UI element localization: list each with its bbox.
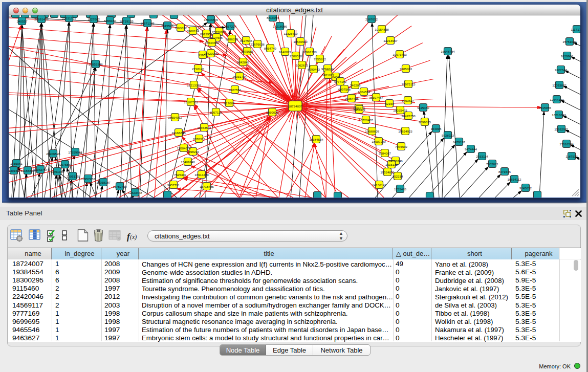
svg-text:2718120: 2718120 bbox=[192, 67, 205, 71]
svg-text:12156829: 12156829 bbox=[20, 169, 35, 172]
svg-text:11325419: 11325419 bbox=[284, 32, 298, 35]
svg-text:1117173: 1117173 bbox=[571, 28, 580, 31]
svg-text:9463627: 9463627 bbox=[402, 99, 415, 102]
svg-text:15720407: 15720407 bbox=[359, 118, 373, 122]
svg-text:16914479: 16914479 bbox=[194, 173, 209, 177]
svg-text:2387652: 2387652 bbox=[365, 17, 378, 21]
svg-text:8990443: 8990443 bbox=[308, 68, 320, 71]
svg-text:9699695: 9699695 bbox=[419, 120, 431, 124]
svg-text:1498222: 1498222 bbox=[187, 150, 200, 154]
svg-text:16543362: 16543362 bbox=[205, 41, 219, 45]
svg-text:1187533: 1187533 bbox=[565, 155, 578, 158]
svg-text:8454749: 8454749 bbox=[264, 47, 277, 50]
svg-text:14136141: 14136141 bbox=[372, 183, 386, 187]
svg-text:17004678: 17004678 bbox=[177, 146, 191, 150]
svg-text:10154838: 10154838 bbox=[375, 28, 389, 31]
svg-text:152214: 152214 bbox=[393, 174, 403, 178]
svg-text:9794024: 9794024 bbox=[321, 67, 334, 71]
svg-text:12353594: 12353594 bbox=[197, 126, 211, 129]
svg-text:9245652: 9245652 bbox=[519, 186, 532, 190]
svg-text:1733426: 1733426 bbox=[394, 187, 407, 191]
svg-text:18907249: 18907249 bbox=[372, 140, 386, 143]
svg-text:7515526: 7515526 bbox=[161, 24, 174, 28]
svg-text:26053346: 26053346 bbox=[89, 62, 103, 66]
svg-text:(x): (x) bbox=[130, 233, 137, 240]
svg-text:817006: 817006 bbox=[224, 101, 235, 105]
svg-text:16033809: 16033809 bbox=[204, 18, 218, 21]
svg-text:12323448: 12323448 bbox=[128, 191, 142, 194]
svg-text:9129966: 9129966 bbox=[561, 54, 574, 58]
svg-text:18724007: 18724007 bbox=[288, 104, 302, 108]
svg-text:15692971: 15692971 bbox=[554, 127, 569, 131]
svg-text:1830029: 1830029 bbox=[266, 111, 279, 114]
svg-text:16671385: 16671385 bbox=[140, 21, 155, 25]
svg-text:16782759: 16782759 bbox=[113, 185, 127, 188]
svg-text:8267130: 8267130 bbox=[210, 111, 223, 114]
svg-text:17016504: 17016504 bbox=[559, 142, 574, 146]
svg-text:10719155: 10719155 bbox=[119, 19, 134, 23]
svg-text:6497568: 6497568 bbox=[338, 87, 351, 91]
svg-text:9227343: 9227343 bbox=[555, 68, 568, 72]
svg-text:7032621: 7032621 bbox=[486, 162, 499, 166]
svg-text:10654112: 10654112 bbox=[507, 178, 521, 181]
svg-text:9427552: 9427552 bbox=[229, 88, 242, 92]
svg-text:14495758: 14495758 bbox=[401, 114, 416, 118]
svg-text:8242845: 8242845 bbox=[237, 60, 250, 64]
svg-text:10961758: 10961758 bbox=[302, 50, 317, 54]
svg-text:10025433: 10025433 bbox=[393, 108, 407, 112]
svg-text:16210643: 16210643 bbox=[552, 113, 566, 117]
svg-text:12213967: 12213967 bbox=[383, 39, 398, 42]
svg-text:7986372: 7986372 bbox=[353, 108, 366, 112]
svg-text:11451944: 11451944 bbox=[50, 170, 64, 173]
svg-text:2588520: 2588520 bbox=[290, 54, 302, 58]
svg-text:8813054: 8813054 bbox=[267, 16, 279, 19]
svg-text:7975692: 7975692 bbox=[395, 145, 408, 148]
svg-text:14218986: 14218986 bbox=[273, 25, 287, 28]
svg-text:1527602: 1527602 bbox=[88, 17, 100, 21]
svg-text:1024554: 1024554 bbox=[358, 90, 371, 94]
svg-text:8960124: 8960124 bbox=[187, 29, 200, 33]
svg-text:15718485: 15718485 bbox=[200, 185, 214, 188]
svg-text:19524851: 19524851 bbox=[380, 170, 395, 174]
svg-text:1062615: 1062615 bbox=[296, 63, 309, 67]
svg-text:20206526: 20206526 bbox=[46, 152, 60, 156]
svg-text:10958187: 10958187 bbox=[96, 181, 111, 184]
svg-text:10307487: 10307487 bbox=[369, 96, 383, 99]
svg-text:93903: 93903 bbox=[198, 53, 207, 57]
svg-text:8186328: 8186328 bbox=[226, 37, 238, 41]
svg-text:1435061: 1435061 bbox=[10, 162, 23, 165]
svg-text:8433: 8433 bbox=[332, 75, 339, 79]
svg-text:7625402: 7625402 bbox=[174, 173, 187, 177]
svg-text:14120746: 14120746 bbox=[388, 159, 403, 163]
svg-text:15751074: 15751074 bbox=[562, 40, 577, 43]
svg-text:3875685: 3875685 bbox=[241, 50, 254, 53]
svg-text:9115460: 9115460 bbox=[417, 106, 429, 110]
svg-text:5938923: 5938923 bbox=[442, 134, 454, 137]
svg-text:12213303: 12213303 bbox=[187, 83, 201, 87]
svg-text:26031744: 26031744 bbox=[232, 75, 247, 78]
svg-text:16648784: 16648784 bbox=[441, 50, 455, 53]
svg-text:3215955: 3215955 bbox=[539, 106, 552, 110]
svg-text:2305135: 2305135 bbox=[67, 174, 79, 178]
svg-text:6479197: 6479197 bbox=[453, 140, 466, 144]
svg-text:62160: 62160 bbox=[385, 102, 394, 105]
svg-text:18640910: 18640910 bbox=[293, 40, 308, 43]
svg-text:20691406: 20691406 bbox=[34, 17, 49, 21]
svg-text:9474444: 9474444 bbox=[465, 147, 477, 151]
svg-text:10688609: 10688609 bbox=[365, 129, 379, 133]
svg-text:12975115: 12975115 bbox=[401, 82, 416, 86]
svg-text:164095: 164095 bbox=[431, 127, 442, 130]
svg-text:12942757: 12942757 bbox=[33, 168, 48, 171]
svg-text:22975867: 22975867 bbox=[58, 163, 72, 166]
svg-text:25226055: 25226055 bbox=[212, 30, 226, 34]
svg-text:19654923: 19654923 bbox=[398, 129, 412, 133]
svg-text:939152: 939152 bbox=[9, 169, 19, 172]
svg-text:9384067: 9384067 bbox=[379, 151, 391, 155]
svg-text:12444159: 12444159 bbox=[550, 98, 564, 101]
svg-text:17359924: 17359924 bbox=[68, 150, 82, 154]
svg-text:15409948: 15409948 bbox=[181, 160, 195, 164]
svg-text:7485003: 7485003 bbox=[400, 67, 412, 71]
svg-text:746206: 746206 bbox=[350, 83, 361, 87]
svg-text:12093822: 12093822 bbox=[552, 83, 567, 87]
svg-text:9127505: 9127505 bbox=[210, 36, 223, 39]
